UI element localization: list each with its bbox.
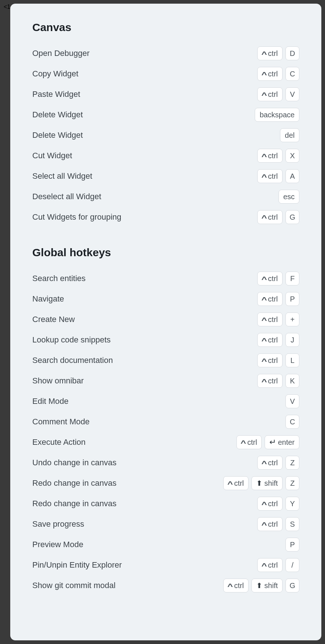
chevron-up-icon: ^ [261, 71, 267, 78]
hotkey-row: Deselect all Widgetesc [32, 189, 299, 204]
key-chip: L [285, 353, 299, 367]
hotkey-label: Select all Widget [32, 171, 92, 181]
key-text: S [290, 520, 295, 528]
key-text: backspace [259, 111, 295, 118]
hotkey-row: Show omnibar^ctrlK [32, 374, 299, 388]
chevron-up-icon: ^ [261, 521, 267, 529]
key-text: ctrl [268, 275, 278, 282]
key-text: ctrl [268, 520, 278, 528]
hotkey-row: Redo change in canvas^ctrlY [32, 496, 299, 511]
hotkey-row: Copy Widget^ctrlC [32, 67, 299, 81]
enter-icon: ↵ [269, 438, 276, 446]
chevron-up-icon: ^ [240, 439, 246, 447]
hotkey-row: Edit ModeV [32, 394, 299, 409]
hotkey-label: Cut Widgets for grouping [32, 212, 121, 222]
hotkey-label: Show git commit modal [32, 581, 115, 590]
chevron-up-icon: ^ [261, 153, 267, 160]
hotkey-keys: ^ctrlC [257, 67, 299, 81]
key-chip: ^ctrl [257, 46, 283, 60]
hotkey-label: Delete Widget [32, 130, 83, 140]
hotkey-label: Redo change in canvas [32, 499, 116, 508]
key-chip: ^ctrl [257, 210, 283, 224]
key-text: A [290, 173, 295, 180]
key-chip: Z [285, 476, 299, 490]
key-chip: C [285, 67, 299, 81]
hotkey-row: Search entities^ctrlF [32, 271, 299, 286]
hotkey-section: Global hotkeysSearch entities^ctrlFNavig… [32, 246, 299, 593]
key-text: ctrl [268, 295, 278, 303]
key-chip: K [285, 374, 299, 388]
key-text: Y [290, 500, 295, 507]
hotkey-keys: ^ctrl+ [257, 312, 299, 326]
hotkey-keys: ^ctrl⬆shiftG [223, 579, 299, 592]
key-text: del [285, 132, 295, 139]
key-chip: D [285, 46, 299, 60]
chevron-up-icon: ^ [261, 91, 267, 99]
hotkey-keys: ^ctrlY [257, 497, 299, 511]
hotkey-keys: esc [279, 190, 299, 204]
key-chip: ^ctrl [257, 374, 283, 388]
key-chip: / [285, 558, 299, 572]
key-text: ctrl [268, 316, 278, 323]
key-text: + [290, 316, 295, 323]
key-text: ctrl [268, 152, 278, 159]
hotkey-label: Delete Widget [32, 110, 83, 120]
key-chip: ^ctrl [257, 312, 283, 326]
key-text: ctrl [268, 459, 278, 466]
hotkey-row: Select all Widget^ctrlA [32, 169, 299, 183]
key-text: C [290, 418, 295, 425]
key-text: Z [290, 480, 295, 487]
hotkey-keys: ^ctrl⬆shiftZ [223, 476, 299, 490]
hotkey-keys: P [285, 538, 299, 552]
key-text: ctrl [234, 582, 244, 589]
hotkey-row: Comment ModeC [32, 414, 299, 429]
key-chip: F [285, 272, 299, 285]
key-chip: ^ctrl [257, 497, 283, 511]
hotkey-keys: del [280, 128, 299, 142]
hotkey-keys: C [285, 415, 299, 429]
hotkey-row: Create New^ctrl+ [32, 312, 299, 327]
hotkey-keys: ^ctrlV [257, 87, 299, 101]
hotkey-keys: ^ctrlK [257, 374, 299, 388]
key-chip: C [285, 415, 299, 429]
key-chip: G [285, 579, 299, 592]
chevron-up-icon: ^ [261, 296, 267, 303]
hotkey-row: Paste Widget^ctrlV [32, 87, 299, 102]
key-text: G [289, 213, 295, 221]
key-text: P [290, 295, 295, 303]
key-text: F [290, 275, 295, 282]
key-text: P [290, 541, 295, 548]
key-text: ctrl [268, 377, 278, 384]
key-text: L [290, 357, 294, 364]
key-text: ctrl [247, 439, 257, 446]
key-chip: ⬆shift [251, 579, 283, 592]
key-chip: X [285, 149, 299, 163]
hotkey-label: Search entities [32, 274, 86, 283]
key-text: shift [264, 582, 278, 589]
key-text: ctrl [268, 336, 278, 344]
chevron-up-icon: ^ [261, 173, 267, 181]
hotkey-label: Comment Mode [32, 417, 90, 427]
hotkey-row: Undo change in canvas^ctrlZ [32, 455, 299, 470]
hotkey-keys: ^ctrlL [257, 353, 299, 367]
chevron-up-icon: ^ [261, 357, 267, 365]
key-text: C [290, 70, 295, 77]
key-chip: ^ctrl [257, 333, 283, 347]
key-text: ctrl [268, 173, 278, 180]
key-text: J [291, 336, 294, 344]
key-chip: ^ctrl [257, 67, 283, 81]
key-chip: G [285, 210, 299, 224]
key-text: shift [264, 480, 278, 487]
hotkey-keys: backspace [255, 108, 299, 122]
key-text: / [291, 561, 294, 569]
hotkey-row: Preview ModeP [32, 537, 299, 552]
key-chip: ^ctrl [257, 149, 283, 163]
hotkey-label: Save progress [32, 519, 84, 529]
key-text: Z [290, 459, 295, 466]
hotkey-label: Create New [32, 315, 75, 324]
hotkey-row: Navigate^ctrlP [32, 292, 299, 306]
key-text: ctrl [268, 213, 278, 221]
hotkey-keys: ^ctrlF [257, 272, 299, 285]
shift-arrow-icon: ⬆ [256, 582, 262, 589]
key-chip: ^ctrl [257, 517, 283, 531]
